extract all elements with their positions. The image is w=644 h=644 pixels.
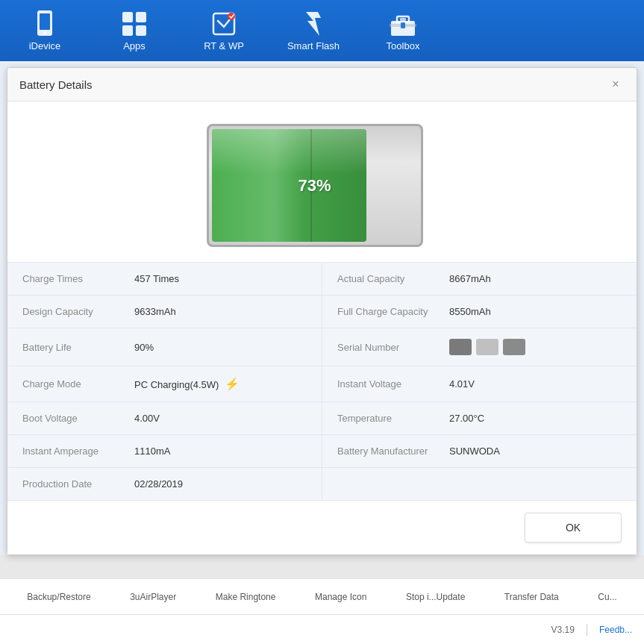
svg-rect-5 xyxy=(122,25,133,36)
info-cell-battery-manufacturer: Battery Manufacturer SUNWODA xyxy=(322,435,637,467)
svg-rect-4 xyxy=(136,12,146,22)
svg-point-8 xyxy=(228,13,235,20)
svg-rect-3 xyxy=(122,12,133,22)
instant-amperage-label: Instant Amperage xyxy=(22,446,134,457)
info-cell-boot-voltage: Boot Voltage 4.00V xyxy=(7,402,322,434)
toolbox-icon xyxy=(390,10,416,37)
boot-voltage-label: Boot Voltage xyxy=(22,413,134,424)
feedback-link[interactable]: Feedb... xyxy=(599,625,632,635)
actual-capacity-value: 8667mAh xyxy=(449,273,491,284)
info-cell-production-date: Production Date 02/28/2019 xyxy=(7,468,322,500)
instant-voltage-value: 4.01V xyxy=(449,378,475,390)
info-row-2: Battery Life 90% Serial Number xyxy=(7,328,637,366)
smartflash-icon xyxy=(300,10,327,37)
apps-icon xyxy=(121,10,148,37)
serial-blocks xyxy=(449,339,525,355)
top-navigation: iDevice Apps RT & WP xyxy=(0,0,644,61)
info-cell-actual-capacity: Actual Capacity 8667mAh xyxy=(322,263,637,295)
info-cell-design-capacity: Design Capacity 9633mAh xyxy=(7,296,322,328)
status-bar: V3.19 Feedb... xyxy=(0,614,644,644)
toolbar-item-stop-update[interactable]: Stop i...Update xyxy=(400,589,471,605)
dialog-header: Battery Details × xyxy=(7,68,637,101)
nav-item-rtwp[interactable]: RT & WP xyxy=(179,0,269,61)
charge-times-value: 457 Times xyxy=(134,273,179,284)
full-charge-capacity-label: Full Charge Capacity xyxy=(337,306,449,317)
dialog-title: Battery Details xyxy=(19,78,93,91)
bottom-toolbar: Backup/Restore 3uAirPlayer Make Ringtone… xyxy=(0,578,644,614)
battery-manufacturer-value: SUNWODA xyxy=(449,446,500,457)
svg-point-2 xyxy=(43,31,46,34)
nav-item-smartflash[interactable]: Smart Flash xyxy=(269,0,358,61)
battery-body: 73% xyxy=(207,124,423,247)
battery-container: 73% xyxy=(207,124,438,247)
info-cell-serial-number: Serial Number xyxy=(322,328,637,366)
toolbar-item-manage-icon[interactable]: Manage Icon xyxy=(309,589,372,605)
boot-voltage-value: 4.00V xyxy=(134,413,160,424)
battery-visual-section: 73% xyxy=(7,101,637,262)
battery-life-value: 90% xyxy=(134,342,154,353)
lightning-icon: ⚡ xyxy=(225,378,240,390)
info-cell-battery-life: Battery Life 90% xyxy=(7,328,322,366)
battery-info-grid: Charge Times 457 Times Actual Capacity 8… xyxy=(7,262,637,500)
version-label: V3.19 xyxy=(551,625,575,635)
nav-label-idevice: iDevice xyxy=(29,40,61,51)
charge-mode-value: PC Charging(4.5W) ⚡ xyxy=(134,377,240,391)
info-cell-temperature: Temperature 27.00°C xyxy=(322,402,637,434)
toolbar-item-airplayer[interactable]: 3uAirPlayer xyxy=(124,589,182,605)
battery-details-dialog: Battery Details × 73% Charge Times 457 T… xyxy=(7,67,637,555)
nav-label-rtwp: RT & WP xyxy=(204,40,244,51)
battery-manufacturer-label: Battery Manufacturer xyxy=(337,446,449,457)
info-cell-full-charge-capacity: Full Charge Capacity 8550mAh xyxy=(322,296,637,328)
rtwp-icon xyxy=(210,10,237,37)
svg-rect-13 xyxy=(401,22,405,28)
toolbar-item-ringtone[interactable]: Make Ringtone xyxy=(210,589,282,605)
svg-rect-6 xyxy=(136,25,146,36)
production-date-value: 02/28/2019 xyxy=(134,478,183,490)
battery-life-label: Battery Life xyxy=(22,342,134,353)
status-divider xyxy=(587,624,587,636)
serial-block-1 xyxy=(476,339,498,355)
nav-item-toolbox[interactable]: Toolbox xyxy=(358,0,448,61)
info-cell-instant-amperage: Instant Amperage 1110mA xyxy=(7,435,322,467)
nav-item-idevice[interactable]: iDevice xyxy=(0,0,90,61)
svg-rect-11 xyxy=(400,18,406,21)
design-capacity-label: Design Capacity xyxy=(22,306,134,317)
serial-block-0 xyxy=(449,339,472,355)
svg-rect-1 xyxy=(40,13,50,30)
battery-terminal xyxy=(421,167,423,204)
instant-amperage-value: 1110mA xyxy=(134,446,170,457)
info-row-1: Design Capacity 9633mAh Full Charge Capa… xyxy=(7,296,637,328)
full-charge-capacity-value: 8550mAh xyxy=(449,306,491,317)
info-row-3: Charge Mode PC Charging(4.5W) ⚡ Instant … xyxy=(7,366,637,402)
nav-label-apps: Apps xyxy=(123,40,146,51)
battery-fill xyxy=(212,129,366,242)
dialog-footer: OK xyxy=(7,500,637,554)
info-cell-empty xyxy=(322,468,637,500)
nav-label-toolbox: Toolbox xyxy=(387,40,420,51)
temperature-value: 27.00°C xyxy=(449,413,484,424)
nav-label-smartflash: Smart Flash xyxy=(287,40,340,51)
info-cell-charge-mode: Charge Mode PC Charging(4.5W) ⚡ xyxy=(7,366,322,401)
idevice-icon xyxy=(31,10,58,37)
info-row-6: Production Date 02/28/2019 xyxy=(7,468,637,500)
nav-item-apps[interactable]: Apps xyxy=(90,0,179,61)
info-row-4: Boot Voltage 4.00V Temperature 27.00°C xyxy=(7,402,637,435)
temperature-label: Temperature xyxy=(337,413,449,424)
info-cell-instant-voltage: Instant Voltage 4.01V xyxy=(322,366,637,401)
actual-capacity-label: Actual Capacity xyxy=(337,273,449,284)
dialog-close-button[interactable]: × xyxy=(607,75,625,93)
charge-times-label: Charge Times xyxy=(22,273,134,284)
main-area: Battery Details × 73% Charge Times 457 T… xyxy=(0,61,644,555)
charge-mode-label: Charge Mode xyxy=(22,378,134,390)
ok-button[interactable]: OK xyxy=(525,513,622,543)
production-date-label: Production Date xyxy=(22,478,134,490)
info-row-0: Charge Times 457 Times Actual Capacity 8… xyxy=(7,263,637,296)
toolbar-item-transfer[interactable]: Transfer Data xyxy=(498,589,565,605)
serial-block-2 xyxy=(503,339,525,355)
battery-percent: 73% xyxy=(298,176,331,196)
info-row-5: Instant Amperage 1110mA Battery Manufact… xyxy=(7,435,637,468)
toolbar-item-backup[interactable]: Backup/Restore xyxy=(21,589,96,605)
serial-number-label: Serial Number xyxy=(337,342,449,353)
toolbar-item-cu[interactable]: Cu... xyxy=(592,589,622,605)
design-capacity-value: 9633mAh xyxy=(134,306,176,317)
